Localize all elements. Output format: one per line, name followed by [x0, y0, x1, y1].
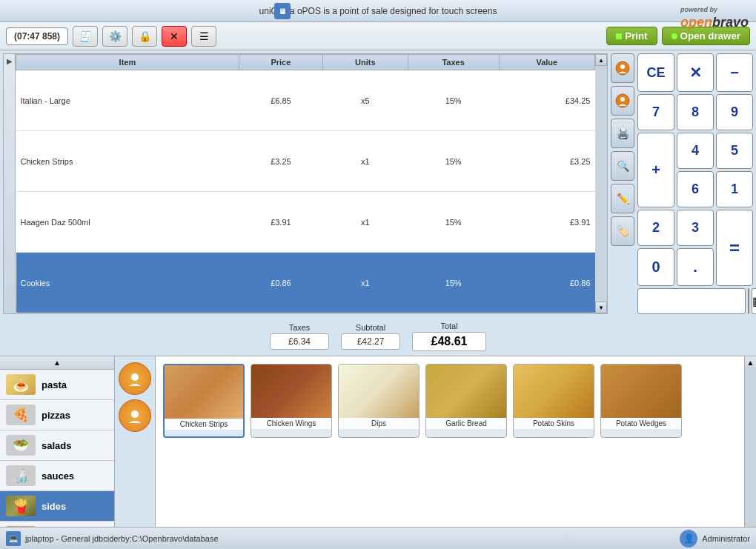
product-img-potato-skins	[514, 365, 594, 418]
order-section: ▶ Item Price Units Taxes Value Italian -…	[3, 53, 608, 314]
grand-total: Total £48.61	[412, 322, 486, 351]
right-scroll-track	[745, 369, 756, 549]
subtotal-value: £42.27	[341, 333, 400, 350]
numpad-multiply[interactable]: ✕	[677, 53, 714, 92]
status-user: jplaptop - General	[25, 534, 90, 543]
col-header-item: Item	[16, 55, 239, 70]
cell-value: £34.25	[499, 70, 594, 131]
table-row[interactable]: Italian - Large £6.85 x5 15% £34.25	[16, 70, 595, 131]
numpad-7[interactable]: 7	[637, 94, 674, 130]
numpad-dot[interactable]: .	[677, 248, 714, 286]
action-icon-1[interactable]	[611, 53, 634, 83]
right-scrollbar[interactable]: ▲ ▼	[744, 356, 756, 549]
category-item-pizzas[interactable]: 🍕 pizzas	[0, 400, 114, 430]
cell-price: £3.91	[239, 192, 322, 253]
category-item-sauces[interactable]: 🍶 sauces	[0, 461, 114, 491]
cell-value: £0.86	[499, 253, 594, 313]
product-item-dips[interactable]: Dips	[338, 364, 420, 438]
admin-avatar: 👤	[680, 530, 697, 548]
table-row[interactable]: Chicken Strips £3.25 x1 15% £3.25	[16, 131, 595, 192]
numpad-ce[interactable]: CE	[637, 53, 674, 92]
cat-scroll-up[interactable]: ▲	[0, 356, 114, 370]
numpad-8[interactable]: 8	[677, 94, 714, 130]
product-item-potato-skins[interactable]: Potato Skins	[513, 364, 594, 438]
cat-thumb-pizzas: 🍕	[6, 405, 36, 425]
category-item-pasta[interactable]: 🍝 pasta	[0, 370, 114, 400]
cell-taxes: 15%	[408, 253, 499, 313]
product-img-potato-wedges	[601, 365, 681, 418]
cat-name-sauces: sauces	[42, 470, 74, 482]
scroll-up[interactable]: ▲	[595, 54, 607, 66]
action-icon-extra[interactable]: 🏷️	[611, 216, 634, 246]
numpad-section: 🖨️ 🔍 ✏️ 🏷️ CE ✕ − 7 8 9 + 4 5 6 1 2 3 = …	[608, 50, 756, 317]
app-icon: 🖥	[274, 3, 291, 19]
drawer-dot	[672, 33, 677, 39]
numpad-5[interactable]: 5	[716, 133, 753, 169]
product-item-chicken-wings[interactable]: Chicken Wings	[251, 364, 332, 438]
cat-thumb-sauces: 🍶	[6, 465, 36, 486]
action-icon-print[interactable]: 🖨️	[611, 119, 634, 148]
action-icon-2[interactable]	[611, 86, 634, 116]
numpad-3[interactable]: 3	[677, 210, 714, 246]
print-label: Print	[625, 30, 647, 41]
product-item-potato-wedges[interactable]: Potato Wedges	[600, 364, 682, 438]
left-nav-panel: ▶	[4, 54, 16, 313]
barcode-input[interactable]	[637, 288, 746, 314]
table-container: ▶ Item Price Units Taxes Value Italian -…	[4, 54, 607, 313]
barcode-scan-btn[interactable]: ▦	[752, 288, 756, 314]
numpad-9[interactable]: 9	[716, 94, 753, 130]
toolbar-btn-3[interactable]: 🔒	[132, 26, 157, 47]
cell-price: £0.86	[239, 253, 322, 313]
bottom-section: ▲ 🍝 pasta 🍕 pizzas 🥗 salads 🍶 sauces 🍟 s…	[0, 356, 756, 549]
right-scroll-up[interactable]: ▲	[745, 356, 756, 369]
toolbar-btn-2[interactable]: ⚙️	[102, 26, 127, 47]
scroll-down[interactable]: ▼	[595, 302, 607, 313]
table-scrollbar[interactable]: ▲ ▼	[595, 54, 607, 313]
numpad-4[interactable]: 4	[677, 133, 714, 169]
status-computer-icon: 💻	[6, 531, 21, 546]
action-icon-edit[interactable]: ✏️	[611, 184, 634, 213]
print-button[interactable]: Print	[606, 27, 657, 45]
category-item-sides[interactable]: 🍟 sides	[0, 491, 114, 522]
barcode-small-btn[interactable]	[748, 288, 749, 314]
product-grid: Chicken Strips Chicken Wings Dips Garlic…	[156, 356, 744, 549]
product-name-potato-skins: Potato Skins	[514, 418, 594, 429]
product-section: Chicken Strips Chicken Wings Dips Garlic…	[156, 356, 744, 549]
numpad-6[interactable]: 6	[677, 171, 714, 207]
taxes-total: Taxes £6.34	[270, 323, 329, 350]
product-item-garlic-bread[interactable]: Garlic Bread	[425, 364, 507, 438]
product-img-dips	[339, 365, 419, 418]
product-name-chicken-strips: Chicken Strips	[165, 419, 243, 430]
action-icon-search[interactable]: 🔍	[611, 151, 634, 181]
product-name-garlic-bread: Garlic Bread	[426, 418, 506, 429]
cat-thumb-pasta: 🍝	[6, 374, 36, 395]
subtotal-total: Subtotal £42.27	[341, 323, 400, 350]
product-item-chicken-strips[interactable]: Chicken Strips	[163, 364, 245, 438]
product-name-dips: Dips	[339, 418, 419, 429]
quick-btn-2[interactable]	[119, 399, 151, 432]
numpad-plus[interactable]: +	[637, 133, 674, 207]
cell-units: x1	[322, 253, 408, 313]
table-row[interactable]: Cookies £0.86 x1 15% £0.86	[16, 253, 595, 313]
numpad-1[interactable]: 1	[716, 171, 753, 207]
cell-units: x1	[322, 192, 408, 253]
col-header-units: Units	[322, 55, 408, 70]
numpad-minus[interactable]: −	[716, 53, 753, 92]
table-row[interactable]: Haagen Daz 500ml £3.91 x1 15% £3.91	[16, 192, 595, 253]
toolbar-btn-5[interactable]: ☰	[191, 26, 216, 47]
cell-value: £3.91	[499, 192, 594, 253]
quick-buttons-section	[115, 356, 156, 549]
numpad-2[interactable]: 2	[637, 210, 674, 246]
cell-price: £3.25	[239, 131, 322, 192]
quick-btn-1[interactable]	[119, 362, 151, 395]
category-item-salads[interactable]: 🥗 salads	[0, 430, 114, 461]
cat-name-pasta: pasta	[42, 379, 67, 390]
subtotal-label: Subtotal	[356, 323, 385, 332]
toolbar-btn-1[interactable]: 🧾	[73, 26, 98, 47]
cell-taxes: 15%	[408, 131, 499, 192]
numpad-equals[interactable]: =	[716, 210, 753, 286]
toolbar-btn-4[interactable]: ✕	[162, 26, 187, 47]
toolbar: (07:47 858) 🧾 ⚙️ 🔒 ✕ ☰ Print Open drawer	[0, 22, 756, 50]
action-icons: 🖨️ 🔍 ✏️ 🏷️	[611, 53, 634, 314]
numpad-0[interactable]: 0	[637, 248, 674, 286]
